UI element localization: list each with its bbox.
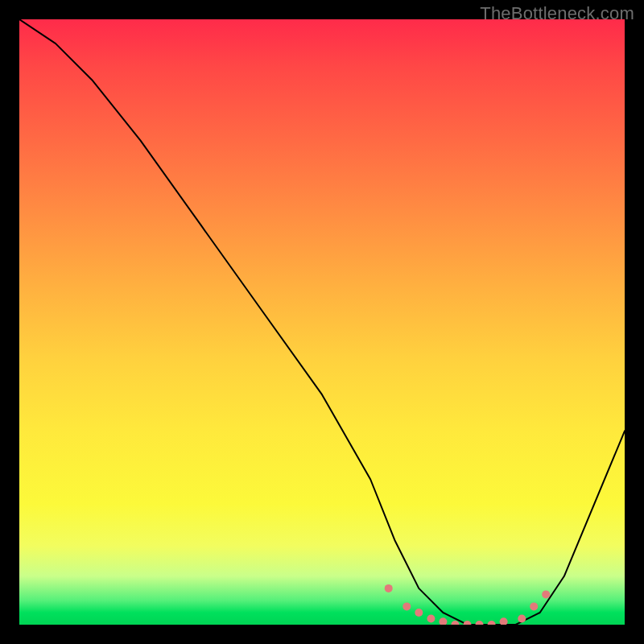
bottleneck-marker bbox=[451, 621, 459, 625]
watermark-text: TheBottleneck.com bbox=[480, 3, 634, 24]
chart-svg bbox=[19, 19, 625, 625]
bottleneck-marker bbox=[415, 609, 423, 617]
curve-layer bbox=[19, 19, 625, 625]
bottleneck-marker bbox=[518, 615, 526, 623]
chart-area bbox=[19, 19, 625, 625]
bottleneck-marker bbox=[427, 615, 435, 623]
marker-layer bbox=[385, 584, 551, 625]
bottleneck-marker bbox=[500, 617, 508, 625]
bottleneck-marker bbox=[402, 602, 411, 610]
bottleneck-curve bbox=[19, 19, 625, 625]
bottleneck-marker bbox=[464, 621, 472, 625]
bottleneck-marker bbox=[476, 621, 484, 625]
bottleneck-marker bbox=[488, 621, 496, 625]
bottleneck-marker bbox=[439, 617, 447, 625]
bottleneck-marker bbox=[385, 584, 393, 592]
bottleneck-marker bbox=[542, 590, 550, 598]
bottleneck-marker bbox=[530, 602, 538, 610]
